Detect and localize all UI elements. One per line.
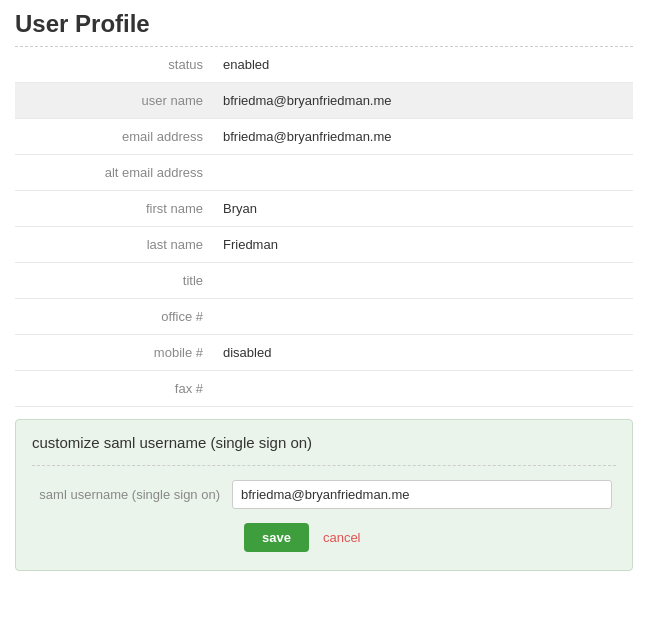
label-fax: fax # xyxy=(15,371,215,407)
profile-row-mobile: mobile #disabled xyxy=(15,335,633,371)
label-last-name: last name xyxy=(15,227,215,263)
label-status: status xyxy=(15,47,215,83)
page-container: User Profile statusenableduser namebfrie… xyxy=(0,0,648,581)
saml-field-label: saml username (single sign on) xyxy=(32,487,232,502)
value-first-name: Bryan xyxy=(215,191,633,227)
value-fax xyxy=(215,371,633,407)
value-user-name: bfriedma@bryanfriedman.me xyxy=(215,83,633,119)
value-mobile: disabled xyxy=(215,335,633,371)
profile-table: statusenableduser namebfriedma@bryanfrie… xyxy=(15,47,633,407)
value-office xyxy=(215,299,633,335)
value-last-name: Friedman xyxy=(215,227,633,263)
value-email-address: bfriedma@bryanfriedman.me xyxy=(215,119,633,155)
saml-section: customize saml username (single sign on)… xyxy=(15,419,633,571)
profile-row-fax: fax # xyxy=(15,371,633,407)
profile-row-last-name: last nameFriedman xyxy=(15,227,633,263)
page-title: User Profile xyxy=(15,10,633,38)
label-office: office # xyxy=(15,299,215,335)
profile-row-first-name: first nameBryan xyxy=(15,191,633,227)
profile-row-title: title xyxy=(15,263,633,299)
label-first-name: first name xyxy=(15,191,215,227)
profile-row-alt-email: alt email address xyxy=(15,155,633,191)
label-email-address: email address xyxy=(15,119,215,155)
profile-row-office: office # xyxy=(15,299,633,335)
label-alt-email: alt email address xyxy=(15,155,215,191)
label-user-name: user name xyxy=(15,83,215,119)
value-alt-email xyxy=(215,155,633,191)
profile-row-user-name: user namebfriedma@bryanfriedman.me xyxy=(15,83,633,119)
saml-username-input[interactable] xyxy=(232,480,612,509)
label-mobile: mobile # xyxy=(15,335,215,371)
profile-row-status: statusenabled xyxy=(15,47,633,83)
cancel-button[interactable]: cancel xyxy=(323,530,361,545)
saml-actions: save cancel xyxy=(244,523,616,552)
saml-form-row: saml username (single sign on) xyxy=(32,480,616,509)
saml-section-title: customize saml username (single sign on) xyxy=(32,434,616,451)
value-title xyxy=(215,263,633,299)
value-status: enabled xyxy=(215,47,633,83)
label-title: title xyxy=(15,263,215,299)
saml-divider xyxy=(32,465,616,466)
save-button[interactable]: save xyxy=(244,523,309,552)
profile-row-email-address: email addressbfriedma@bryanfriedman.me xyxy=(15,119,633,155)
